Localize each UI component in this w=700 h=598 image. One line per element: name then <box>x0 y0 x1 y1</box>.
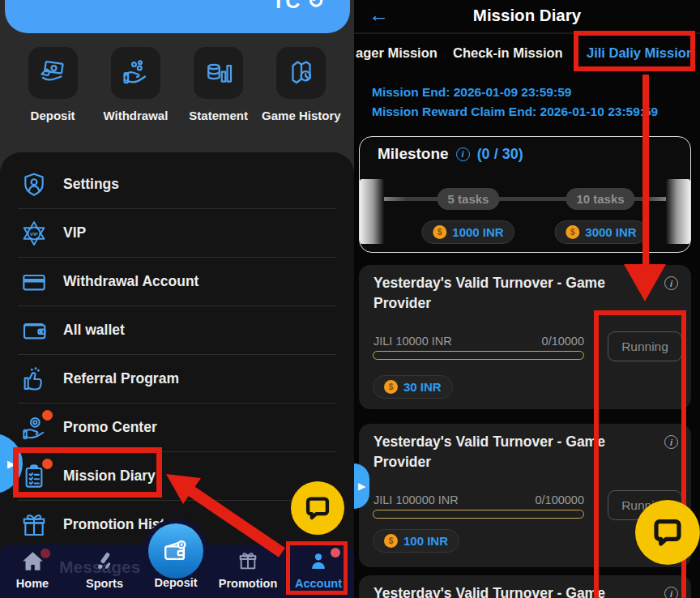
nav-label: Home <box>16 577 49 590</box>
quick-action-deposit[interactable]: Deposit <box>11 47 94 122</box>
tab-jili-daily-mission[interactable]: Jili Daliy Mission <box>587 45 694 61</box>
docs-clock-icon <box>276 47 326 99</box>
quick-actions-row: Deposit Withdrawal <box>0 47 354 122</box>
gift-icon <box>237 551 258 575</box>
coin-icon: $ <box>384 534 398 548</box>
milestone-reward-pill[interactable]: $ 1000 INR <box>421 220 514 244</box>
clipboard-icon <box>21 463 47 489</box>
mission-card: Yesterday's Valid Turnover - Game Provid… <box>359 265 691 409</box>
notification-dot <box>331 548 340 557</box>
coins-chart-icon <box>194 47 243 99</box>
sidebar-item-label: Referral Program <box>63 370 179 387</box>
account-panel: TC ↻ Deposit <box>0 0 354 598</box>
nav-deposit-label: Deposit <box>142 574 210 589</box>
nav-label: Promotion <box>219 577 278 590</box>
gift-icon <box>21 512 47 538</box>
chat-icon <box>304 494 331 522</box>
bank-card-icon <box>21 269 47 295</box>
mission-card: Yesterday's Valid Turnover - Game Provid… <box>359 575 691 598</box>
mission-diary-header: ← Mission Diary <box>354 0 700 34</box>
mission-progress-value: 0/100000 <box>373 493 584 506</box>
mission-title: Yesterday's Valid Turnover - Game Provid… <box>373 273 617 314</box>
mission-title: Yesterday's Valid Turnover - Game Provid… <box>373 432 617 472</box>
play-icon: ▶ <box>7 458 15 470</box>
tab-check-in-mission[interactable]: Check-in Mission <box>453 45 563 61</box>
chat-support-button[interactable] <box>291 481 344 535</box>
notification-dot <box>42 459 53 469</box>
progress-bar <box>373 351 584 360</box>
cricket-icon <box>94 551 116 575</box>
info-icon[interactable]: i <box>456 147 470 161</box>
milestone-node-partial <box>360 179 384 244</box>
header-clipped-text: TC ↻ <box>272 0 325 13</box>
notification-dot <box>42 410 53 421</box>
home-icon <box>22 551 44 575</box>
promo-medal-icon <box>21 415 47 441</box>
milestone-card: Milestone i (0 / 30) 5 tasks 10 tasks $ … <box>359 136 691 253</box>
running-status-button[interactable]: Running <box>608 331 682 361</box>
sidebar-item-settings[interactable]: Settings <box>0 160 354 208</box>
nav-label: Sports <box>86 577 123 590</box>
sidebar-item-label: Withdrawal Account <box>63 273 198 290</box>
nav-account[interactable]: Account <box>284 551 352 590</box>
tab-wager-mission[interactable]: ager Mission <box>356 45 438 61</box>
notification-dot <box>41 549 50 558</box>
sidebar-item-label: All wallet <box>63 322 125 339</box>
person-icon <box>308 551 329 575</box>
milestone-task-pill: 5 tasks <box>438 188 500 210</box>
nav-home[interactable]: Home <box>0 551 66 590</box>
chat-icon <box>651 516 684 549</box>
mission-reward-pill: $ 100 INR <box>373 529 459 553</box>
sidebar-item-referral-program[interactable]: Referral Program <box>0 355 354 403</box>
progress-bar <box>373 510 584 519</box>
thumb-up-icon <box>21 366 47 392</box>
coin-icon: $ <box>384 380 398 394</box>
nav-label: Account <box>295 577 342 590</box>
milestone-progress: (0 / 30) <box>477 146 523 163</box>
sidebar-item-promo-center[interactable]: Promo Center <box>0 404 354 451</box>
withdrawal-hand-icon <box>111 47 160 99</box>
quick-action-label: Deposit <box>31 109 75 122</box>
mission-end-text: Mission End: 2026-01-09 23:59:59 <box>372 85 571 100</box>
svg-text:VIP: VIP <box>30 231 38 237</box>
mission-progress-value: 0/10000 <box>373 335 584 348</box>
sidebar-item-label: Promo Center <box>63 419 157 436</box>
coin-icon: $ <box>566 225 579 239</box>
deposit-hand-icon <box>28 47 78 99</box>
quick-action-statement[interactable]: Statement <box>177 47 260 122</box>
vip-star-icon: VIP <box>21 220 47 246</box>
info-icon[interactable]: i <box>664 435 678 449</box>
milestone-node-partial <box>666 179 690 244</box>
chat-support-button[interactable] <box>635 500 700 565</box>
sidebar-item-withdrawal-account[interactable]: Withdrawal Account <box>0 258 354 305</box>
quick-action-label: Game History <box>262 109 341 122</box>
screen: TC ↻ Deposit <box>0 0 700 598</box>
sidebar-item-label: Settings <box>63 176 119 193</box>
milestone-title: Milestone <box>378 145 449 163</box>
mission-title: Yesterday's Valid Turnover - Game Provid… <box>373 583 617 598</box>
shield-user-icon <box>21 172 47 198</box>
bottom-navigation: Messages Home Sports <box>0 545 354 598</box>
info-icon[interactable]: i <box>664 587 678 598</box>
nav-promotion[interactable]: Promotion <box>214 551 282 590</box>
wallet-coin-icon <box>148 523 203 579</box>
quick-action-label: Statement <box>189 109 248 122</box>
sidebar-item-vip[interactable]: VIP VIP <box>0 209 354 257</box>
nav-sports[interactable]: Sports <box>70 551 139 590</box>
mission-reward-pill: $ 30 INR <box>373 375 453 399</box>
play-icon: ▶ <box>358 481 365 492</box>
info-icon[interactable]: i <box>664 276 678 290</box>
sidebar-item-label: Mission Diary <box>63 468 156 485</box>
reward-claim-end-text: Mission Reward Claim End: 2026-01-10 23:… <box>372 105 658 119</box>
coin-icon: $ <box>433 225 446 239</box>
quick-action-game-history[interactable]: Game History <box>260 47 343 122</box>
wallet-icon <box>21 318 47 344</box>
sidebar-item-all-wallet[interactable]: All wallet <box>0 306 354 354</box>
page-title: Mission Diary <box>354 6 700 25</box>
milestone-task-pill: 10 tasks <box>566 188 634 210</box>
quick-action-withdrawal[interactable]: Withdrawal <box>94 47 177 122</box>
profile-header[interactable]: TC ↻ <box>5 0 350 33</box>
milestone-reward-pill[interactable]: $ 3000 INR <box>554 220 647 244</box>
quick-action-label: Withdrawal <box>103 109 168 122</box>
sidebar-item-label: VIP <box>63 224 86 241</box>
